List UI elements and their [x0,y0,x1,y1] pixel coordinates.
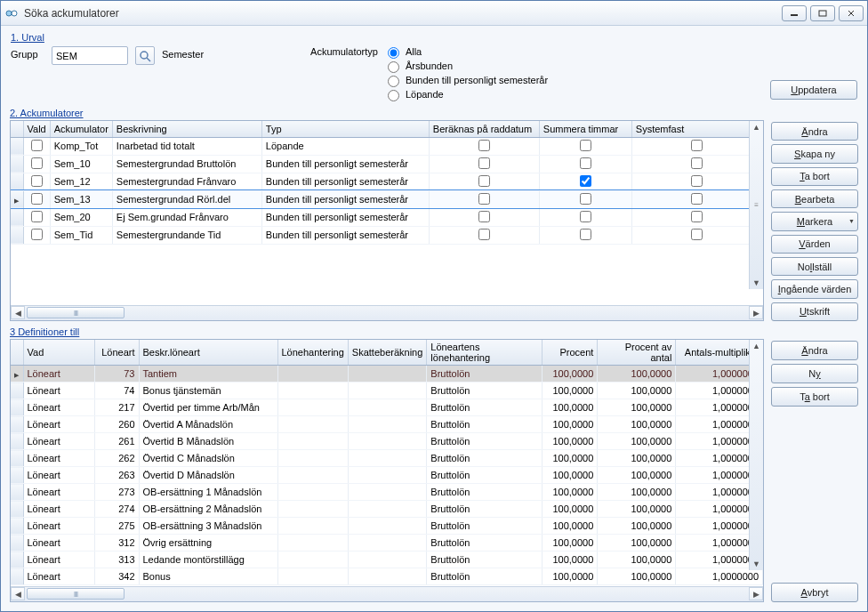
sysf-checkbox[interactable] [691,140,703,151]
scroll-up-icon[interactable]: ▲ [752,340,760,352]
maximize-button[interactable] [810,5,835,21]
ta-bort-button[interactable]: Ta bort [771,167,858,186]
group-input[interactable] [52,46,128,65]
urval-title[interactable]: 1. Urval [11,32,857,43]
summ-checkbox[interactable] [580,140,591,151]
col-vald[interactable]: Vald [23,121,50,137]
skapa-ny-button[interactable]: Skapa ny [771,144,858,163]
scroll-left-icon[interactable]: ◀ [11,306,25,319]
defs-row[interactable]: Löneart313Ledande montörstilläggBruttolö… [11,552,763,568]
col-procent-av-antal[interactable]: Procent av antal [598,340,676,366]
andra-button[interactable]: Ändra [771,122,858,141]
sysf-checkbox[interactable] [691,211,703,222]
ackum-row[interactable]: Sem_12Semestergrundad FrånvaroBunden til… [11,173,763,190]
defs-row[interactable]: Löneart74Bonus tjänstemänBruttolön100,00… [11,382,763,399]
summ-checkbox[interactable] [580,193,591,205]
close-button[interactable] [839,5,864,21]
scroll-right-icon[interactable]: ▶ [749,306,763,319]
sysf-checkbox[interactable] [691,157,703,169]
col-sysf[interactable]: Systemfast [631,121,762,137]
ackum-hscroll[interactable]: ◀ ▶ [11,305,763,320]
varden-button[interactable]: Värden [771,235,858,254]
vald-checkbox[interactable] [31,229,43,240]
ackum-row[interactable]: Sem_20Ej Sem.grundad FrånvaroBunden till… [11,208,763,226]
col-procent[interactable]: Procent [542,340,598,366]
update-button[interactable]: Uppdatera [770,80,857,100]
defs-row[interactable]: Löneart262Övertid C MånadslönBruttolön10… [11,450,763,467]
ackum-type-radio-alla[interactable]: Alla [383,44,548,59]
sysf-checkbox[interactable] [691,229,703,240]
summ-checkbox[interactable] [580,175,591,187]
defs-title[interactable]: 3 Definitioner till [10,326,764,337]
ackum-row[interactable]: Sem_10Semestergrundad BruttolönBunden ti… [11,155,763,173]
col-summ[interactable]: Summera timmar [539,121,631,137]
col-typ[interactable]: Typ [261,121,429,137]
radio-alla[interactable] [388,47,399,59]
col-lonehantering[interactable]: Lönehantering [277,340,348,366]
rad-checkbox[interactable] [478,175,490,187]
radio-pers[interactable] [388,76,399,87]
radio-ars[interactable] [388,61,399,73]
ackum-type-radio-ars[interactable]: Årsbunden [383,59,548,73]
scroll-thumb[interactable] [27,588,125,600]
bearbeta-button[interactable]: Bearbeta [771,189,858,208]
defs-row[interactable]: Löneart263Övertid D MånadslönBruttolön10… [11,467,763,484]
ackum-row[interactable]: Sem_13Semestergrundad Rörl.delBunden til… [11,190,763,208]
defs-row[interactable]: Löneart312Övrig ersättningBruttolön100,0… [11,535,763,552]
defs-row[interactable]: Löneart275OB-ersättning 3 MånadslönBrutt… [11,518,763,535]
col-loneartens-lh[interactable]: Löneartens lönehantering [427,340,542,366]
vald-checkbox[interactable] [31,193,43,205]
scroll-up-icon[interactable]: ▲ [752,121,760,133]
defs-row[interactable]: Löneart217Övertid per timme Arb/MånBrutt… [11,399,763,416]
vald-checkbox[interactable] [31,157,43,169]
defs-row[interactable]: Löneart73TantiemBruttolön100,0000100,000… [11,366,763,382]
defs-row[interactable]: Löneart261Övertid B MånadslönBruttolön10… [11,433,763,450]
sysf-checkbox[interactable] [691,193,703,205]
rad-checkbox[interactable] [478,211,490,222]
rad-checkbox[interactable] [478,229,490,240]
avbryt-button[interactable]: Avbryt [771,583,858,602]
ackum-row[interactable]: Komp_TotInarbetad tid totaltLöpande [11,137,763,155]
nollstall-button[interactable]: Nollställ [771,257,858,276]
col-beskr[interactable]: Beskrivning [112,121,261,137]
rad-checkbox[interactable] [478,193,490,205]
ackum-vscroll[interactable]: ▲ ≡ ▼ [749,121,763,289]
vald-checkbox[interactable] [31,211,43,222]
defs-ta-bort-button[interactable]: Ta bort [771,387,858,407]
minimize-button[interactable] [782,5,807,21]
defs-vscroll[interactable]: ▲ ▼ [749,340,763,570]
col-ackum[interactable]: Ackumulator [50,121,112,137]
rad-checkbox[interactable] [478,157,490,169]
col-beskr-loneart[interactable]: Beskr.löneart [139,340,277,366]
utskrift-button[interactable]: Utskrift [771,302,858,321]
scroll-down-icon[interactable]: ▼ [752,277,760,289]
defs-row[interactable]: Löneart274OB-ersättning 2 MånadslönBrutt… [11,501,763,518]
col-vad[interactable]: Vad [23,340,94,366]
summ-checkbox[interactable] [580,211,591,222]
rad-checkbox[interactable] [478,140,490,151]
scroll-down-icon[interactable]: ▼ [752,558,760,570]
defs-ny-button[interactable]: Ny [771,364,858,383]
summ-checkbox[interactable] [580,157,591,169]
defs-row[interactable]: Löneart260Övertid A MånadslönBruttolön10… [11,416,763,433]
markera-button[interactable]: Markera▼ [771,212,858,230]
summ-checkbox[interactable] [580,229,591,240]
ackum-type-radio-pers[interactable]: Bunden till personligt semesterår [383,73,548,87]
defs-grid[interactable]: Vad Löneart Beskr.löneart Lönehantering … [11,340,763,585]
scroll-thumb[interactable] [27,307,125,318]
ackum-row[interactable]: Sem_TidSemestergrundande TidBunden till … [11,226,763,244]
scroll-right-icon[interactable]: ▶ [749,587,763,600]
defs-row[interactable]: Löneart273OB-ersättning 1 MånadslönBrutt… [11,484,763,501]
ackum-type-radio-lop[interactable]: Löpande [383,87,548,101]
group-lookup-button[interactable] [135,46,155,65]
vald-checkbox[interactable] [31,140,43,151]
defs-row[interactable]: Löneart342BonusBruttolön100,0000100,0000… [11,568,763,585]
ackum-grid[interactable]: Vald Ackumulator Beskrivning Typ Beräkna… [11,121,763,245]
col-loneart[interactable]: Löneart [94,340,139,366]
radio-lop[interactable] [388,90,399,101]
col-skatt[interactable]: Skatteberäkning [348,340,427,366]
ingaende-varden-button[interactable]: Ingående värden [771,279,858,298]
ackum-title[interactable]: 2. Ackumulatorer [10,108,764,118]
sysf-checkbox[interactable] [691,175,703,187]
defs-hscroll[interactable]: ◀ ▶ [11,586,763,601]
